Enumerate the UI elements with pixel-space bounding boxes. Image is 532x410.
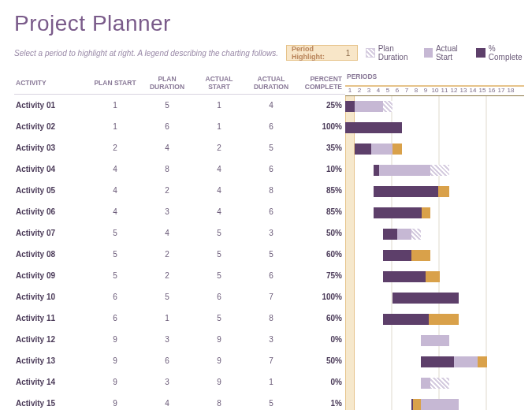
cell-plan-start[interactable]: 6 (93, 314, 140, 322)
cell-plan-duration[interactable]: 6 (140, 122, 197, 131)
table-row[interactable]: Activity 1493910% (14, 371, 345, 393)
cell-percent-complete[interactable]: 1% (301, 399, 345, 408)
cell-activity[interactable]: Activity 04 (14, 165, 93, 173)
table-row[interactable]: Activity 06434685% (14, 201, 345, 222)
cell-plan-duration[interactable]: 3 (140, 335, 197, 344)
table-row[interactable]: Activity 01151425% (14, 95, 345, 116)
cell-actual-start[interactable]: 5 (197, 314, 244, 322)
cell-actual-start[interactable]: 5 (197, 250, 244, 259)
cell-actual-duration[interactable]: 6 (244, 165, 301, 173)
cell-plan-duration[interactable]: 6 (140, 356, 197, 365)
cell-plan-start[interactable]: 2 (93, 144, 140, 152)
cell-actual-start[interactable]: 5 (197, 229, 244, 237)
cell-plan-start[interactable]: 9 (93, 378, 140, 386)
cell-percent-complete[interactable]: 75% (301, 271, 345, 280)
cell-plan-duration[interactable]: 2 (140, 250, 197, 259)
cell-plan-start[interactable]: 5 (93, 229, 140, 237)
cell-plan-start[interactable]: 1 (93, 122, 140, 131)
cell-percent-complete[interactable]: 10% (301, 165, 345, 173)
cell-activity[interactable]: Activity 10 (14, 293, 93, 301)
cell-actual-start[interactable]: 4 (197, 207, 244, 216)
cell-actual-duration[interactable]: 6 (244, 207, 301, 216)
cell-actual-start[interactable]: 1 (197, 101, 244, 110)
cell-plan-start[interactable]: 9 (93, 335, 140, 344)
cell-plan-duration[interactable]: 2 (140, 186, 197, 195)
cell-actual-duration[interactable]: 5 (244, 399, 301, 408)
table-row[interactable]: Activity 04484610% (14, 158, 345, 180)
cell-percent-complete[interactable]: 100% (301, 122, 345, 131)
cell-actual-duration[interactable]: 1 (244, 378, 301, 386)
cell-percent-complete[interactable]: 50% (301, 356, 345, 365)
cell-activity[interactable]: Activity 06 (14, 207, 93, 216)
cell-plan-start[interactable]: 5 (93, 271, 140, 280)
cell-actual-duration[interactable]: 5 (244, 144, 301, 152)
cell-activity[interactable]: Activity 05 (14, 186, 93, 195)
cell-actual-duration[interactable]: 6 (244, 122, 301, 131)
cell-percent-complete[interactable]: 85% (301, 207, 345, 216)
cell-plan-duration[interactable]: 2 (140, 271, 197, 280)
cell-activity[interactable]: Activity 08 (14, 250, 93, 259)
cell-actual-start[interactable]: 9 (197, 335, 244, 344)
cell-plan-duration[interactable]: 1 (140, 314, 197, 322)
cell-activity[interactable]: Activity 01 (14, 101, 93, 110)
cell-activity[interactable]: Activity 11 (14, 314, 93, 322)
cell-actual-start[interactable]: 4 (197, 165, 244, 173)
cell-percent-complete[interactable]: 50% (301, 229, 345, 237)
cell-percent-complete[interactable]: 100% (301, 293, 345, 301)
cell-activity[interactable]: Activity 15 (14, 399, 93, 408)
cell-actual-start[interactable]: 5 (197, 271, 244, 280)
cell-activity[interactable]: Activity 14 (14, 378, 93, 386)
cell-actual-duration[interactable]: 8 (244, 314, 301, 322)
cell-actual-duration[interactable]: 3 (244, 335, 301, 344)
cell-plan-duration[interactable]: 5 (140, 101, 197, 110)
cell-percent-complete[interactable]: 85% (301, 186, 345, 195)
cell-actual-start[interactable]: 6 (197, 293, 244, 301)
table-row[interactable]: Activity 03242535% (14, 137, 345, 158)
cell-plan-duration[interactable]: 4 (140, 399, 197, 408)
cell-plan-start[interactable]: 6 (93, 293, 140, 301)
cell-activity[interactable]: Activity 09 (14, 271, 93, 280)
cell-actual-start[interactable]: 8 (197, 399, 244, 408)
cell-activity[interactable]: Activity 02 (14, 122, 93, 131)
cell-plan-start[interactable]: 4 (93, 165, 140, 173)
cell-activity[interactable]: Activity 12 (14, 335, 93, 344)
period-highlight-input[interactable]: Period Highlight: 1 (286, 45, 358, 61)
cell-percent-complete[interactable]: 35% (301, 144, 345, 152)
cell-actual-duration[interactable]: 4 (244, 101, 301, 110)
cell-plan-duration[interactable]: 8 (140, 165, 197, 173)
table-row[interactable]: Activity 09525675% (14, 265, 345, 286)
table-row[interactable]: Activity 021616100% (14, 116, 345, 137)
cell-actual-start[interactable]: 9 (197, 356, 244, 365)
cell-percent-complete[interactable]: 25% (301, 101, 345, 110)
cell-actual-duration[interactable]: 8 (244, 186, 301, 195)
cell-plan-start[interactable]: 9 (93, 356, 140, 365)
cell-actual-duration[interactable]: 5 (244, 250, 301, 259)
cell-percent-complete[interactable]: 60% (301, 250, 345, 259)
cell-plan-start[interactable]: 5 (93, 250, 140, 259)
table-row[interactable]: Activity 13969750% (14, 350, 345, 371)
table-row[interactable]: Activity 1594851% (14, 393, 345, 410)
table-row[interactable]: Activity 07545350% (14, 222, 345, 244)
cell-actual-start[interactable]: 2 (197, 144, 244, 152)
cell-plan-start[interactable]: 4 (93, 207, 140, 216)
cell-plan-start[interactable]: 4 (93, 186, 140, 195)
cell-actual-duration[interactable]: 3 (244, 229, 301, 237)
table-row[interactable]: Activity 1293930% (14, 329, 345, 350)
cell-percent-complete[interactable]: 0% (301, 378, 345, 386)
cell-plan-duration[interactable]: 3 (140, 207, 197, 216)
cell-percent-complete[interactable]: 60% (301, 314, 345, 322)
cell-plan-duration[interactable]: 4 (140, 229, 197, 237)
cell-activity[interactable]: Activity 03 (14, 144, 93, 152)
cell-percent-complete[interactable]: 0% (301, 335, 345, 344)
cell-plan-start[interactable]: 1 (93, 101, 140, 110)
cell-activity[interactable]: Activity 07 (14, 229, 93, 237)
cell-actual-duration[interactable]: 6 (244, 271, 301, 280)
cell-actual-start[interactable]: 4 (197, 186, 244, 195)
cell-plan-start[interactable]: 9 (93, 399, 140, 408)
table-row[interactable]: Activity 11615860% (14, 308, 345, 329)
table-row[interactable]: Activity 05424885% (14, 180, 345, 201)
table-row[interactable]: Activity 08525560% (14, 244, 345, 265)
table-row[interactable]: Activity 106567100% (14, 286, 345, 308)
cell-plan-duration[interactable]: 4 (140, 144, 197, 152)
cell-actual-duration[interactable]: 7 (244, 356, 301, 365)
